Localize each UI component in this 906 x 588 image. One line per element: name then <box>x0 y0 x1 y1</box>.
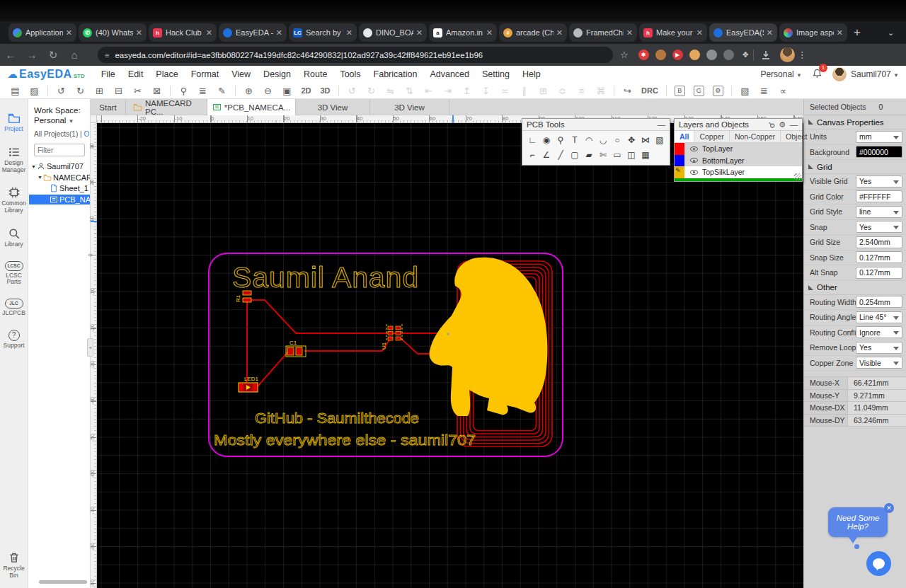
pcb-tools-titlebar[interactable]: PCB Tools — <box>522 119 670 131</box>
view-3d-button[interactable]: 3D <box>320 86 331 95</box>
menu-help[interactable]: Help <box>516 69 547 79</box>
layer-row-toplayer[interactable]: TopLayer <box>675 143 802 155</box>
tool-select-region[interactable]: ▢ <box>568 147 582 162</box>
view-2d-button[interactable]: 2D <box>301 86 311 95</box>
layer-manager-button[interactable]: ≣ <box>759 86 769 96</box>
silk-tagline[interactable]: Mostly everywhere else - saumil707 <box>214 432 476 448</box>
workspace-selector[interactable]: Personal ▼ <box>34 116 90 125</box>
new-tab-button[interactable]: + <box>854 25 861 40</box>
layers-titlebar[interactable]: Layers and Objects ⚲ ⚙ — <box>675 119 802 131</box>
layer-row-topsilklayer[interactable]: ✎TopSilkLayer <box>675 166 802 178</box>
netlist-g-button[interactable]: G <box>694 86 704 96</box>
doc-tab-3d-view[interactable]: 3D View <box>370 99 449 115</box>
rail-item-common-library[interactable]: Common Library <box>0 186 28 214</box>
menu-format[interactable]: Format <box>185 69 226 79</box>
site-settings-icon[interactable]: ≡ <box>105 51 109 59</box>
tampermonkey-extension-icon[interactable] <box>689 50 700 60</box>
pcb-canvas[interactable]: R1 C1 LED1 <box>97 123 803 588</box>
minimize-icon[interactable]: — <box>658 120 665 129</box>
browser-tab[interactable]: Application✕ <box>8 23 76 42</box>
doc-tab--pcb-nameca-[interactable]: *PCB_NAMECA... <box>207 99 296 115</box>
tab-close-icon[interactable]: ✕ <box>556 28 563 38</box>
component-led1[interactable]: LED1 <box>239 376 259 392</box>
pin-icon[interactable]: ⚲ <box>767 120 777 130</box>
component-c1[interactable]: C1 <box>286 340 306 357</box>
tree-item-pcb-namec[interactable]: PCB_NAMEC <box>29 195 90 205</box>
property-input[interactable]: 2.540mm <box>856 236 902 248</box>
cookie-extension-icon[interactable] <box>655 50 666 60</box>
format-brush-button[interactable]: ✎ <box>217 86 227 96</box>
layers-tab-copper[interactable]: Copper <box>694 131 729 142</box>
tab-close-icon[interactable]: ✕ <box>206 28 212 38</box>
back-button[interactable]: ← <box>0 49 21 61</box>
menu-advanced[interactable]: Advanced <box>423 69 476 79</box>
browser-tab[interactable]: hMake your o✕ <box>639 23 707 42</box>
menu-file[interactable]: File <box>95 69 122 79</box>
menu-view[interactable]: View <box>225 69 257 79</box>
tool-angle-dimension[interactable]: ∠ <box>539 147 554 162</box>
layers-tab-object[interactable]: Object <box>781 131 813 142</box>
username-dropdown[interactable]: Saumil707 ▼ <box>851 69 899 79</box>
tab-close-icon[interactable]: ✕ <box>486 28 493 38</box>
browser-tab[interactable]: EasyEDA(St✕ <box>709 23 777 42</box>
tab-close-icon[interactable]: ✕ <box>626 28 633 38</box>
zoom-out-button[interactable]: ⊖ <box>263 86 273 96</box>
layer-color-swatch[interactable] <box>675 155 684 167</box>
tab-close-icon[interactable]: ✕ <box>696 28 703 38</box>
tree-item-namecard-p[interactable]: ▼NAMECARD P <box>29 173 90 183</box>
paste-button[interactable]: ⊟ <box>113 86 124 96</box>
menu-design[interactable]: Design <box>257 69 297 79</box>
redo-button[interactable]: ↻ <box>75 86 86 96</box>
sphere-extension-icon[interactable] <box>723 50 734 60</box>
tool-group[interactable]: ◫ <box>624 147 638 162</box>
tool-arc-by-center[interactable]: ◡ <box>596 132 610 147</box>
find-button[interactable]: ⚲ <box>178 86 189 96</box>
property-select[interactable]: Line 45° <box>856 311 902 323</box>
vm-extension-icon[interactable]: ▶ <box>672 50 683 60</box>
cut-button[interactable]: ✂ <box>132 86 143 96</box>
netlist-b-button[interactable]: B <box>675 86 685 96</box>
eye-icon[interactable] <box>690 170 698 175</box>
layers-tab-all[interactable]: All <box>675 131 694 142</box>
doc-tab-3d-view[interactable]: 3D View <box>296 99 370 115</box>
adblock-extension-icon[interactable]: ✱ <box>638 50 649 60</box>
tab-close-icon[interactable]: ✕ <box>416 28 423 38</box>
reload-button[interactable]: ↻ <box>42 49 64 62</box>
property-input[interactable]: 0.254mm <box>856 296 902 308</box>
url-text[interactable]: easyeda.com/editor#id=ae3fbb0802274a199d… <box>115 51 606 59</box>
doc-tab-start[interactable]: Start <box>91 99 126 115</box>
property-select[interactable]: Yes <box>856 342 902 354</box>
rail-item-design-manager[interactable]: Design Manager <box>0 146 28 174</box>
browser-menu-icon[interactable]: ⋮ <box>798 50 807 60</box>
all-projects-link[interactable]: All Projects(1) <box>34 130 78 138</box>
tool-drag[interactable]: ✥ <box>624 132 638 147</box>
browser-profile-avatar[interactable] <box>780 47 795 62</box>
browser-tab[interactable]: aAmazon.in:✕ <box>429 23 497 42</box>
property-select[interactable]: Visible <box>856 357 902 369</box>
rail-item-jlcpcb[interactable]: JLCJLCPCB <box>0 299 28 317</box>
drc-button[interactable]: DRC <box>641 86 658 95</box>
tab-list-chevron-icon[interactable]: ⌄ <box>888 28 894 38</box>
browser-tab[interactable]: EasyEDA - C✕ <box>219 23 287 42</box>
tool-measure[interactable]: ╱ <box>554 147 568 162</box>
gear-icon[interactable]: ⚙ <box>779 120 786 129</box>
user-avatar[interactable] <box>832 67 847 81</box>
find-similar-button[interactable]: ≣ <box>197 86 208 96</box>
minimize-icon[interactable]: — <box>790 120 798 129</box>
eye-icon[interactable] <box>690 146 698 151</box>
rail-item-recycle-bin[interactable]: Recycle Bin <box>0 551 28 580</box>
workspace-dropdown[interactable]: Personal ▼ <box>760 69 802 79</box>
eye-icon[interactable] <box>690 158 698 163</box>
help-bubble-close-icon[interactable]: ✕ <box>884 503 894 513</box>
doc-tab-namecard-pc-[interactable]: NAMECARD PC... <box>126 99 207 115</box>
tab-close-icon[interactable]: ✕ <box>66 28 72 38</box>
property-select[interactable]: mm <box>856 131 902 143</box>
browser-tab[interactable]: #arcade (Cha✕ <box>499 23 567 42</box>
layer-color-swatch[interactable] <box>675 143 684 155</box>
menu-edit[interactable]: Edit <box>122 69 150 79</box>
browser-tab[interactable]: hHack Club –✕ <box>149 23 217 42</box>
browser-tab[interactable]: Image aspe✕ <box>779 23 847 42</box>
tool-via[interactable]: ⚲ <box>554 132 568 147</box>
bookmark-star-icon[interactable]: ☆ <box>620 50 629 60</box>
route-track-button[interactable]: ↪ <box>622 86 633 96</box>
